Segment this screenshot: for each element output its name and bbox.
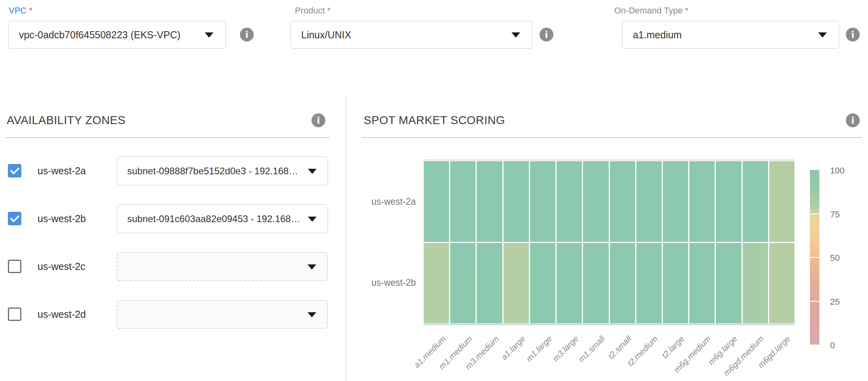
product-select-value: Linux/UNIX bbox=[301, 29, 351, 41]
legend-label-50: 50 bbox=[830, 253, 858, 263]
subnet-select-us-west-2c[interactable] bbox=[117, 252, 328, 281]
heatmap-cell-us-west-2b-m3.large[interactable] bbox=[557, 243, 582, 324]
heatmap-cell-us-west-2a-m3.large[interactable] bbox=[557, 161, 582, 242]
heatmap-x-label: m3.large bbox=[551, 334, 580, 364]
spot-market-scoring-info-icon[interactable]: i bbox=[846, 113, 860, 127]
on-demand-required-asterisk: * bbox=[685, 6, 689, 15]
az-checkbox-us-west-2d[interactable] bbox=[8, 307, 21, 321]
heatmap-cell-us-west-2b-a1.medium[interactable] bbox=[424, 243, 449, 324]
availability-zones-divider bbox=[6, 137, 330, 138]
on-demand-type-select[interactable]: a1.medium bbox=[622, 21, 839, 49]
az-row-us-west-2c: us-west-2c bbox=[0, 252, 345, 281]
az-checkbox-us-west-2c[interactable] bbox=[8, 260, 21, 273]
heatmap-cell-us-west-2a-m6g.medium[interactable] bbox=[689, 161, 715, 242]
heatmap-cell-us-west-2b-m3.medium[interactable] bbox=[477, 243, 502, 324]
heatmap-row-label-us-west-2b: us-west-2b bbox=[332, 242, 416, 323]
heatmap-x-label: a1.large bbox=[499, 334, 527, 362]
heatmap-cell-us-west-2b-m6gd.medium[interactable] bbox=[743, 243, 768, 324]
availability-zones-title: AVAILABILITY ZONES bbox=[7, 114, 126, 127]
heatmap-cell-us-west-2a-m6gd.large[interactable] bbox=[769, 161, 794, 242]
heatmap-cell-us-west-2a-t2.large[interactable] bbox=[663, 161, 688, 242]
heatmap-x-label: m1.large bbox=[524, 334, 554, 364]
heatmap-cell-us-west-2b-a1.large[interactable] bbox=[504, 243, 529, 324]
heatmap-x-label: t2.large bbox=[660, 334, 686, 360]
product-label-text: Product bbox=[295, 6, 325, 15]
az-row-us-west-2a: us-west-2a subnet-09888f7be5152d0e3 - 19… bbox=[0, 157, 345, 185]
az-zone-label: us-west-2c bbox=[38, 252, 85, 281]
heatmap-cell-us-west-2a-m1.small[interactable] bbox=[583, 161, 608, 242]
heatmap-cell-us-west-2b-m1.medium[interactable] bbox=[450, 243, 476, 324]
product-info-icon[interactable]: i bbox=[540, 28, 553, 41]
chevron-down-icon bbox=[308, 217, 317, 222]
spot-market-scoring-title: SPOT MARKET SCORING bbox=[364, 114, 505, 127]
heatmap-cell-us-west-2b-m1.large[interactable] bbox=[530, 243, 555, 324]
vpc-info-icon[interactable]: i bbox=[240, 28, 254, 41]
legend-label-25: 25 bbox=[830, 297, 858, 307]
heatmap-cell-us-west-2a-t2.small[interactable] bbox=[610, 161, 635, 242]
az-checkbox-us-west-2a[interactable] bbox=[8, 164, 21, 177]
heatmap-cell-us-west-2b-t2.large[interactable] bbox=[663, 243, 688, 324]
heatmap-cell-us-west-2a-t2.medium[interactable] bbox=[636, 161, 662, 242]
subnet-select-us-west-2b[interactable]: subnet-091c603aa82e09453 - 192.168… bbox=[117, 204, 328, 233]
heatmap-cell-us-west-2b-t2.small[interactable] bbox=[610, 243, 635, 324]
vpc-select[interactable]: vpc-0adcb70f645508223 (EKS-VPC) bbox=[8, 21, 226, 49]
heatmap-cell-us-west-2a-m3.medium[interactable] bbox=[477, 161, 502, 242]
product-select[interactable]: Linux/UNIX bbox=[291, 21, 532, 49]
heatmap-cell-us-west-2a-m6g.large[interactable] bbox=[716, 161, 741, 242]
heatmap-cell-us-west-2b-m6g.medium[interactable] bbox=[689, 243, 715, 324]
on-demand-type-select-value: a1.medium bbox=[633, 29, 682, 41]
heatmap-x-label: m1.small bbox=[576, 334, 606, 364]
on-demand-type-info-icon[interactable]: i bbox=[846, 28, 860, 41]
heatmap-bottom-axis-line bbox=[424, 324, 794, 325]
heatmap-row-label-us-west-2a: us-west-2a bbox=[332, 161, 416, 242]
heatmap-cell-us-west-2b-m1.small[interactable] bbox=[583, 243, 608, 324]
vpc-select-value: vpc-0adcb70f645508223 (EKS-VPC) bbox=[19, 29, 181, 41]
heatmap-cell-us-west-2a-a1.large[interactable] bbox=[504, 161, 529, 242]
top-fields-bar: VPC* vpc-0adcb70f645508223 (EKS-VPC) i P… bbox=[0, 0, 868, 55]
subnet-select-value: subnet-09888f7be5152d0e3 - 192.168… bbox=[127, 166, 298, 177]
az-row-us-west-2b: us-west-2b subnet-091c603aa82e09453 - 19… bbox=[0, 204, 345, 233]
legend-tick-mark bbox=[810, 213, 819, 215]
subnet-select-us-west-2a[interactable]: subnet-09888f7be5152d0e3 - 192.168… bbox=[117, 157, 328, 185]
on-demand-type-label-text: On-Demand Type bbox=[614, 6, 683, 15]
legend-label-75: 75 bbox=[830, 209, 858, 220]
az-zone-label: us-west-2a bbox=[38, 157, 86, 185]
vpc-required-asterisk: * bbox=[29, 6, 32, 15]
legend-tick-mark bbox=[810, 301, 819, 302]
on-demand-type-label: On-Demand Type* bbox=[614, 6, 689, 16]
vpc-label-text: VPC bbox=[9, 6, 26, 15]
spot-market-scoring-divider bbox=[362, 137, 862, 138]
legend-label-100: 100 bbox=[830, 166, 858, 176]
heatmap-cell-us-west-2a-m1.medium[interactable] bbox=[450, 161, 476, 242]
subnet-select-us-west-2d[interactable] bbox=[117, 300, 328, 329]
az-zone-label: us-west-2b bbox=[38, 204, 86, 233]
az-row-us-west-2d: us-west-2d bbox=[0, 300, 345, 329]
chevron-down-icon bbox=[205, 32, 213, 38]
heatmap-cell-us-west-2a-m1.large[interactable] bbox=[530, 161, 555, 242]
product-label: Product* bbox=[295, 6, 330, 16]
chevron-down-icon bbox=[511, 32, 520, 38]
chevron-down-icon bbox=[308, 312, 316, 317]
subnet-select-value: subnet-091c603aa82e09453 - 192.168… bbox=[127, 213, 300, 224]
legend-label-0: 0 bbox=[830, 340, 858, 351]
chevron-down-icon bbox=[818, 32, 827, 38]
az-zone-label: us-west-2d bbox=[38, 300, 86, 329]
heatmap-x-label: t2.small bbox=[606, 334, 633, 361]
heatmap-cell-us-west-2a-m6gd.medium[interactable] bbox=[743, 161, 768, 242]
legend-tick-mark bbox=[810, 257, 819, 258]
heatmap-cell-us-west-2a-a1.medium[interactable] bbox=[424, 161, 449, 242]
heatmap-grid bbox=[424, 161, 794, 323]
heatmap-top-axis-line bbox=[424, 159, 794, 161]
heatmap-cell-us-west-2b-m6g.large[interactable] bbox=[716, 243, 741, 324]
heatmap-cell-us-west-2b-t2.medium[interactable] bbox=[636, 243, 662, 324]
vpc-label: VPC* bbox=[9, 6, 32, 16]
chevron-down-icon bbox=[308, 264, 316, 270]
az-checkbox-us-west-2b[interactable] bbox=[8, 212, 21, 225]
heatmap-color-legend bbox=[810, 170, 819, 345]
product-required-asterisk: * bbox=[327, 6, 331, 15]
heatmap-x-axis-labels: a1.mediumm1.mediumm3.mediuma1.largem1.la… bbox=[424, 334, 794, 381]
heatmap-cell-us-west-2b-m6gd.large[interactable] bbox=[769, 243, 794, 324]
availability-zones-info-icon[interactable]: i bbox=[311, 113, 325, 127]
chevron-down-icon bbox=[308, 169, 317, 174]
